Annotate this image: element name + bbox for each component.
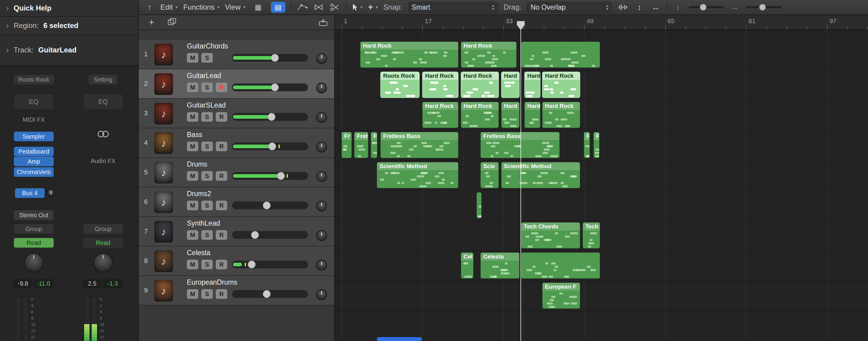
midi-region[interactable]: Hard <box>501 72 520 98</box>
electric-guitar-icon[interactable]: ♪ <box>154 73 173 95</box>
volume-value[interactable]: 2.5 <box>83 279 101 288</box>
midi-region[interactable]: Fretless Bass <box>480 132 559 158</box>
send-level-knob[interactable] <box>47 189 55 197</box>
track-name[interactable]: Bass <box>187 131 202 139</box>
grid-view-toggle[interactable]: ▦ <box>251 2 266 13</box>
track-name[interactable]: GuitarSLead <box>187 101 226 109</box>
midi-region[interactable]: Hard Rock <box>422 102 458 128</box>
solo-button[interactable]: S <box>201 260 213 269</box>
duplicate-track-button[interactable] <box>167 18 177 27</box>
midi-region[interactable]: Hard <box>524 102 540 128</box>
record-arm-button[interactable]: R <box>216 201 227 210</box>
midi-region[interactable]: Celesta <box>480 252 520 279</box>
volume-slider-knob[interactable] <box>271 54 279 62</box>
automation-mode-button[interactable]: Read <box>83 238 123 248</box>
pan-knob[interactable] <box>93 253 113 272</box>
drag-select[interactable]: No Overlap ▴▾ <box>527 2 612 13</box>
horizontal-scrollbar-thumb[interactable] <box>377 337 422 341</box>
volume-slider[interactable] <box>232 142 308 150</box>
midi-region[interactable]: Scientific Method <box>377 162 458 188</box>
midi-region[interactable]: F <box>593 132 599 158</box>
congas-icon[interactable]: ♪ <box>154 280 173 302</box>
flex-icon[interactable] <box>313 4 324 11</box>
automation-curve-icon[interactable] <box>297 3 308 11</box>
midi-region[interactable]: Scientific Method <box>501 162 580 188</box>
volume-slider-knob[interactable] <box>263 202 271 209</box>
volume-slider-knob[interactable] <box>271 83 279 91</box>
midi-region[interactable]: Scie <box>480 162 499 188</box>
vertical-zoom-slider[interactable] <box>689 6 724 8</box>
track-header-row[interactable]: 3♪GuitarSLeadMSR <box>138 99 334 128</box>
track-header-row[interactable]: 2♪GuitarLeadMSR <box>138 69 334 99</box>
mute-button[interactable]: M <box>187 112 198 122</box>
volume-slider[interactable] <box>232 54 308 62</box>
track-name[interactable]: Drums <box>187 160 207 168</box>
midi-region[interactable]: Fretless Bass <box>380 132 458 158</box>
solo-button[interactable]: S <box>201 142 213 151</box>
electric-guitar-icon[interactable]: ♪ <box>154 44 173 65</box>
track-name[interactable]: GuitarLead <box>187 72 221 80</box>
drum-kit-icon[interactable]: ♪ <box>154 191 173 213</box>
midi-region[interactable]: Hard Rock <box>422 72 458 98</box>
midi-region[interactable]: Hard <box>501 102 520 128</box>
channel-setting-button[interactable]: Roots Rock <box>14 75 54 84</box>
slider-handle[interactable] <box>759 4 766 10</box>
pan-knob[interactable] <box>316 112 327 123</box>
pan-knob[interactable] <box>316 230 327 241</box>
functions-menu[interactable]: Functions▾ <box>183 3 220 11</box>
midi-region[interactable]: Fretl <box>354 132 368 158</box>
midi-region[interactable]: Tech Chords <box>521 222 581 248</box>
mute-button[interactable]: M <box>187 82 198 92</box>
pan-knob[interactable] <box>316 53 327 64</box>
midi-region[interactable]: Hard Rock <box>360 41 458 68</box>
midi-region[interactable]: Hard Rock <box>461 72 499 98</box>
region-lanes[interactable]: Hard RockHard RockRoots RockHard RockHar… <box>335 30 868 341</box>
track-header-row[interactable]: 8♪CelestaMSR <box>138 246 334 276</box>
midi-region[interactable]: Roots Rock <box>380 72 420 98</box>
pan-knob[interactable] <box>316 142 327 152</box>
add-track-button[interactable]: + <box>149 17 154 27</box>
horizontal-zoom-slider[interactable] <box>746 6 781 8</box>
midi-region[interactable]: Fr <box>371 132 377 158</box>
volume-slider-knob[interactable] <box>268 113 276 121</box>
record-arm-button[interactable]: R <box>216 171 227 181</box>
solo-button[interactable]: S <box>201 201 213 210</box>
track-header-row[interactable]: 6♪Drums2MSR <box>138 187 334 217</box>
volume-slider-knob[interactable] <box>277 172 285 180</box>
midi-fx-slot[interactable]: MIDI FX <box>14 116 54 123</box>
instrument-slot-sampler[interactable]: Sampler <box>14 132 54 141</box>
midi-region[interactable]: Hard <box>524 72 540 98</box>
track-list-view-toggle[interactable]: ▤ <box>271 2 285 13</box>
pan-knob[interactable] <box>316 82 327 93</box>
vertical-zoom-icon[interactable]: ↕ <box>634 3 645 12</box>
scissors-icon[interactable] <box>330 3 340 11</box>
mute-button[interactable]: M <box>187 201 198 210</box>
volume-slider[interactable] <box>232 113 308 121</box>
snap-select[interactable]: Smart ▴▾ <box>408 2 498 13</box>
upright-piano-icon[interactable]: ♪ <box>154 250 173 272</box>
electric-guitar-icon[interactable]: ♪ <box>154 103 173 125</box>
volume-slider[interactable] <box>232 83 308 91</box>
mute-button[interactable]: M <box>187 230 198 240</box>
output-setting-button[interactable]: Setting <box>89 75 118 84</box>
automation-mode-button[interactable]: Read <box>14 238 54 248</box>
secondary-tool-menu[interactable]: + ▾ <box>368 2 378 12</box>
midi-region[interactable]: Cel <box>461 252 473 279</box>
midi-region[interactable]: Tech <box>583 222 600 248</box>
eq-thumbnail[interactable]: EQ <box>83 94 123 110</box>
view-menu[interactable]: View▾ <box>225 3 245 11</box>
midi-region[interactable]: European F <box>542 282 580 309</box>
track-header-row[interactable]: 4♪BassMSR <box>138 128 334 158</box>
midi-region[interactable] <box>521 252 600 279</box>
edit-menu[interactable]: Edit▾ <box>160 3 178 11</box>
volume-slider-knob[interactable] <box>268 142 276 150</box>
track-name[interactable]: SynthLead <box>187 219 220 228</box>
solo-button[interactable]: S <box>201 112 213 122</box>
midi-region[interactable]: Fr <box>341 132 352 158</box>
volume-slider[interactable] <box>232 202 308 209</box>
mute-button[interactable]: M <box>187 53 198 63</box>
track-header-config-button[interactable] <box>318 18 328 28</box>
record-arm-button[interactable]: R <box>216 82 227 92</box>
audio-fx-slot[interactable]: Audio FX <box>83 158 123 165</box>
send-slot-bus4[interactable]: Bus 4 <box>15 188 44 198</box>
